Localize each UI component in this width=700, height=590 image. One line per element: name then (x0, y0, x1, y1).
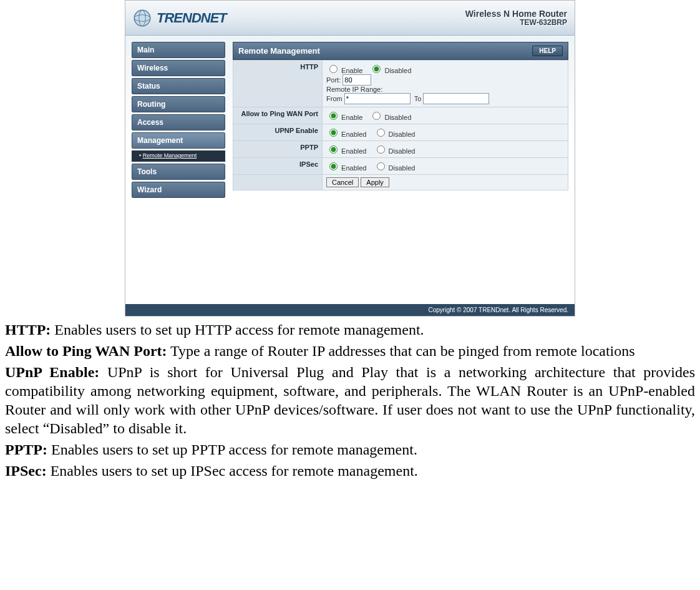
sidebar-item-routing[interactable]: Routing (132, 96, 225, 112)
label-http: HTTP (233, 61, 323, 107)
text-pptp: Enables users to set up PPTP access for … (47, 441, 417, 458)
label-upnp: UPNP Enable (233, 124, 323, 141)
row-ipsec: IPSec Enabled Disabled (233, 158, 568, 175)
help-button[interactable]: HELP (532, 46, 563, 56)
settings-table: HTTP Enable Disabled Port: Remote IP Ran… (233, 60, 568, 190)
text-upnp: UPnP is short for Universal Plug and Pla… (5, 364, 695, 436)
sidebar-item-main[interactable]: Main (132, 42, 225, 58)
http-disabled-option[interactable]: Disabled (369, 67, 411, 74)
remote-ip-from-input[interactable] (344, 93, 411, 104)
brand-block: TRENDNET (133, 9, 226, 27)
term-pptp: PPTP: (5, 441, 47, 458)
label-ipsec: IPSec (233, 158, 323, 175)
product-title: Wireless N Home Router TEW-632BRP (465, 9, 567, 27)
port-label: Port: (326, 76, 341, 84)
apply-button[interactable]: Apply (361, 177, 389, 187)
http-port-input[interactable] (343, 74, 371, 86)
ping-disabled-option[interactable]: Disabled (369, 114, 411, 121)
upnp-disabled-option[interactable]: Disabled (374, 130, 416, 138)
text-ipsec: Enables users to set up IPSec access for… (47, 463, 418, 479)
footer-copyright: Copyright © 2007 TRENDnet. All Rights Re… (125, 304, 575, 316)
row-http: HTTP Enable Disabled Port: Remote IP Ran… (233, 61, 568, 107)
header-bar: TRENDNET Wireless N Home Router TEW-632B… (125, 1, 575, 36)
ping-enable-option[interactable]: Enable (326, 114, 362, 121)
row-upnp: UPNP Enable Enabled Disabled (233, 124, 568, 141)
upnp-enabled-option[interactable]: Enabled (326, 130, 366, 138)
sidebar-item-tools[interactable]: Tools (132, 164, 225, 180)
term-upnp: UPnP Enable: (5, 364, 99, 380)
row-pptp: PPTP Enabled Disabled (233, 141, 568, 158)
sidebar-subitem-remote-management[interactable]: • Remote Management (132, 150, 225, 162)
panel-title-bar: Remote Management HELP (233, 42, 568, 60)
term-ping: Allow to Ping WAN Port: (5, 343, 167, 359)
content-panel: Remote Management HELP HTTP Enable Disab… (233, 42, 568, 279)
product-line: Wireless N Home Router (465, 9, 567, 19)
brand-name: TRENDNET (157, 10, 226, 26)
ipsec-disabled-option[interactable]: Disabled (374, 164, 416, 172)
http-enable-option[interactable]: Enable (326, 67, 362, 74)
sidebar-item-status[interactable]: Status (132, 78, 225, 94)
sub-nav-link[interactable]: Remote Management (143, 152, 197, 159)
to-label: To (414, 95, 422, 102)
pptp-enabled-option[interactable]: Enabled (326, 147, 366, 155)
cancel-button[interactable]: Cancel (326, 177, 359, 187)
description-text: HTTP: Enables users to set up HTTP acces… (0, 320, 700, 480)
router-admin-window: TRENDNET Wireless N Home Router TEW-632B… (125, 0, 575, 317)
ip-range-label: Remote IP Range: (326, 86, 382, 93)
sidebar-item-wireless[interactable]: Wireless (132, 60, 225, 76)
product-model: TEW-632BRP (465, 19, 567, 27)
label-ping: Allow to Ping WAN Port (233, 107, 323, 124)
panel-title: Remote Management (238, 46, 320, 56)
sidebar: Main Wireless Status Routing Access Mana… (132, 42, 225, 279)
text-http: Enables users to set up HTTP access for … (51, 322, 424, 338)
term-ipsec: IPSec: (5, 463, 47, 479)
row-ping: Allow to Ping WAN Port Enable Disabled (233, 107, 568, 124)
remote-ip-to-input[interactable] (423, 93, 489, 104)
sidebar-item-access[interactable]: Access (132, 114, 225, 130)
text-ping: Type a range of Router IP addresses that… (167, 343, 635, 359)
sidebar-item-wizard[interactable]: Wizard (132, 182, 225, 198)
pptp-disabled-option[interactable]: Disabled (374, 147, 416, 155)
from-label: From (326, 95, 343, 102)
row-actions: Cancel Apply (233, 175, 568, 190)
svg-point-0 (134, 10, 150, 26)
label-pptp: PPTP (233, 141, 323, 158)
sidebar-item-management[interactable]: Management (132, 132, 225, 149)
term-http: HTTP: (5, 322, 51, 338)
ipsec-enabled-option[interactable]: Enabled (326, 164, 366, 172)
globe-icon (133, 9, 152, 27)
bullet-icon: • (139, 152, 141, 159)
